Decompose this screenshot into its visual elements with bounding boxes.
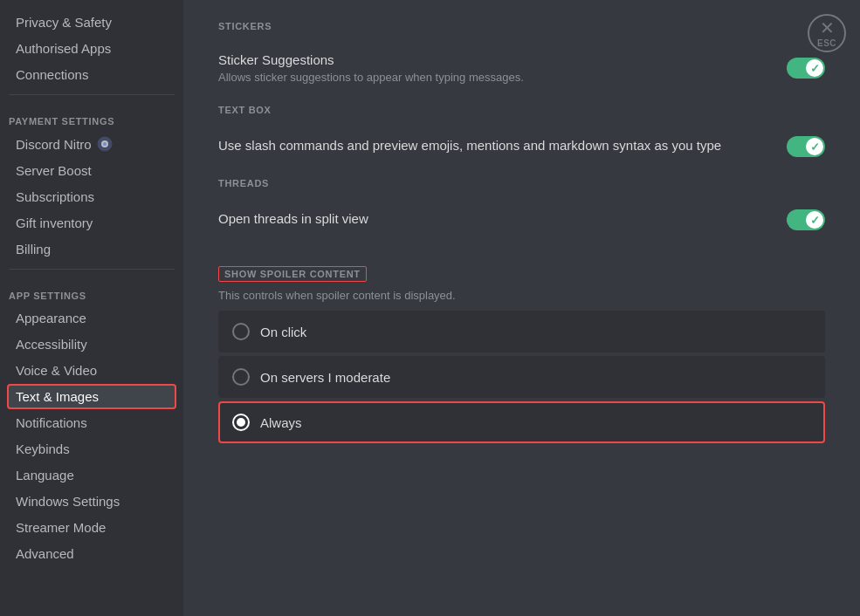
sidebar-divider-2: [9, 269, 175, 270]
esc-label: ESC: [817, 38, 836, 48]
sticker-suggestions-row: Sticker Suggestions Allows sticker sugge…: [218, 38, 825, 98]
sidebar-item-windows-settings[interactable]: Windows Settings: [7, 489, 176, 514]
open-threads-info: Open threads in split view: [218, 211, 787, 229]
sidebar-item-label: Streamer Mode: [16, 520, 106, 535]
sidebar-item-language[interactable]: Language: [7, 462, 176, 488]
sidebar-divider-1: [9, 94, 175, 95]
sticker-suggestions-toggle[interactable]: [787, 58, 825, 79]
sidebar-item-label: Accessibility: [16, 337, 87, 352]
spoiler-description: This controls when spoiler content is di…: [218, 289, 825, 302]
sidebar-item-label: Server Boost: [16, 163, 92, 178]
text-box-section-label: Text Box: [218, 105, 825, 115]
spoiler-section: Show Spoiler Content This controls when …: [218, 265, 825, 443]
toggle-knob: [806, 211, 823, 229]
sidebar-item-label: Authorised Apps: [16, 41, 111, 56]
sidebar-section-no-label: Privacy & Safety Authorised Apps Connect…: [0, 10, 183, 87]
sidebar-item-connections[interactable]: Connections: [7, 62, 176, 87]
radio-on-servers[interactable]: On servers I moderate: [218, 356, 825, 398]
slash-commands-row: Use slash commands and preview emojis, m…: [218, 122, 825, 171]
sidebar-item-label: Gift inventory: [16, 216, 93, 230]
stickers-section-label: Stickers: [218, 21, 825, 31]
sidebar-item-label: Voice & Video: [16, 363, 97, 378]
open-threads-row: Open threads in split view: [218, 195, 825, 244]
slash-commands-toggle[interactable]: [787, 136, 825, 157]
sidebar-item-label: Keybinds: [16, 441, 70, 456]
sidebar-section-payment-label: Payment Settings: [0, 102, 183, 130]
main-content: ✕ ESC Stickers Sticker Suggestions Allow…: [183, 0, 860, 616]
sidebar-item-label: Billing: [16, 242, 51, 257]
nitro-icon: [97, 136, 113, 152]
threads-section-label: Threads: [218, 178, 825, 188]
sidebar-item-advanced[interactable]: Advanced: [7, 541, 176, 566]
sidebar-item-streamer-mode[interactable]: Streamer Mode: [7, 515, 176, 540]
sidebar-item-authorised-apps[interactable]: Authorised Apps: [7, 36, 176, 61]
radio-label-on-click: On click: [260, 325, 306, 339]
sticker-suggestions-title: Sticker Suggestions: [218, 52, 773, 67]
close-button[interactable]: ✕ ESC: [808, 14, 846, 52]
sidebar-item-label: Notifications: [16, 415, 87, 430]
sidebar-item-server-boost[interactable]: Server Boost: [7, 158, 176, 183]
open-threads-toggle[interactable]: [787, 209, 825, 230]
text-box-section: Text Box Use slash commands and preview …: [218, 105, 825, 171]
radio-label-on-servers: On servers I moderate: [260, 370, 390, 385]
sidebar-item-keybinds[interactable]: Keybinds: [7, 436, 176, 462]
sidebar-item-billing[interactable]: Billing: [7, 236, 176, 262]
threads-section: Threads Open threads in split view: [218, 178, 825, 244]
sidebar-item-privacy-safety[interactable]: Privacy & Safety: [7, 10, 176, 35]
stickers-section: Stickers Sticker Suggestions Allows stic…: [218, 21, 825, 98]
sidebar-item-notifications[interactable]: Notifications: [7, 410, 176, 435]
open-threads-title: Open threads in split view: [218, 211, 773, 226]
sticker-suggestions-description: Allows sticker suggestions to appear whe…: [218, 71, 773, 84]
sidebar-item-label: Privacy & Safety: [16, 15, 112, 30]
sidebar-item-gift-inventory[interactable]: Gift inventory: [7, 210, 176, 236]
close-icon: ✕: [820, 19, 835, 37]
slash-commands-title: Use slash commands and preview emojis, m…: [218, 138, 773, 153]
radio-circle-on-click: [232, 323, 250, 340]
sidebar-item-voice-video[interactable]: Voice & Video: [7, 358, 176, 383]
sidebar-item-label: Language: [16, 468, 74, 483]
sidebar-item-accessibility[interactable]: Accessibility: [7, 332, 176, 357]
sidebar-section-payment: Payment Settings Discord Nitro Server Bo…: [0, 102, 183, 262]
sidebar: Privacy & Safety Authorised Apps Connect…: [0, 0, 183, 616]
radio-on-click[interactable]: On click: [218, 311, 825, 352]
sidebar-section-app-label: App Settings: [0, 277, 183, 305]
sidebar-item-label: Appearance: [16, 311, 86, 325]
sidebar-item-label: Subscriptions: [16, 189, 94, 204]
radio-circle-always: [232, 414, 250, 431]
sidebar-item-subscriptions[interactable]: Subscriptions: [7, 184, 176, 209]
spoiler-section-label: Show Spoiler Content: [218, 266, 367, 282]
sidebar-item-label: Discord Nitro: [16, 137, 92, 152]
sidebar-item-appearance[interactable]: Appearance: [7, 305, 176, 331]
toggle-knob: [806, 138, 823, 155]
sidebar-item-discord-nitro[interactable]: Discord Nitro: [7, 131, 176, 157]
svg-point-2: [103, 142, 107, 146]
sticker-suggestions-info: Sticker Suggestions Allows sticker sugge…: [218, 52, 787, 84]
radio-label-always: Always: [260, 415, 302, 430]
radio-always[interactable]: Always: [218, 401, 825, 443]
sidebar-item-label: Text & Images: [16, 389, 99, 404]
sidebar-section-app: App Settings Appearance Accessibility Vo…: [0, 277, 183, 566]
sidebar-item-label: Windows Settings: [16, 494, 120, 509]
slash-commands-info: Use slash commands and preview emojis, m…: [218, 138, 787, 156]
radio-circle-on-servers: [232, 368, 250, 386]
sidebar-item-label: Advanced: [16, 546, 74, 561]
sidebar-item-text-images[interactable]: Text & Images: [7, 384, 176, 409]
toggle-knob: [806, 59, 823, 77]
sidebar-item-label: Connections: [16, 67, 88, 82]
